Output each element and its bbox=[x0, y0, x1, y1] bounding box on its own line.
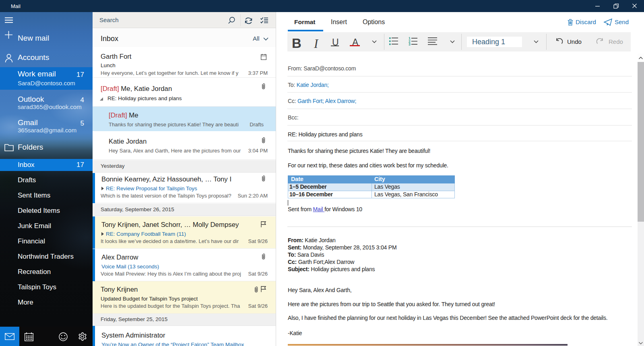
svg-text:3: 3 bbox=[409, 42, 411, 46]
